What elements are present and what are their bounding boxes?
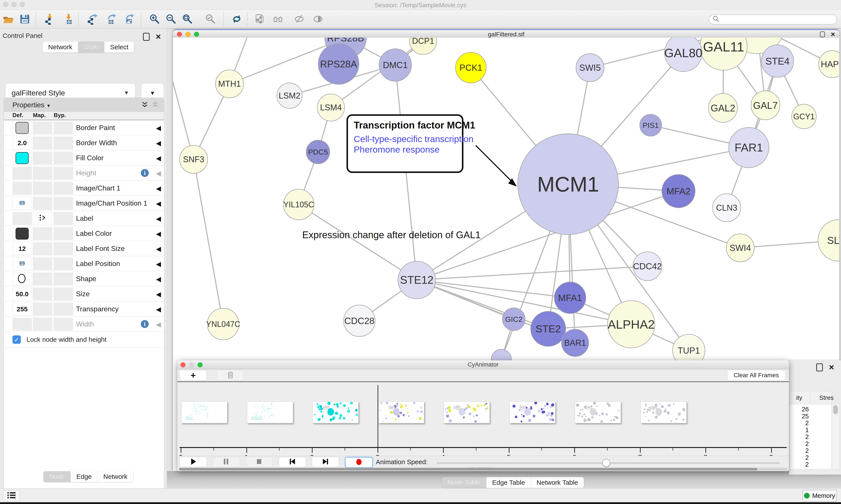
property-byp-cell[interactable] (54, 152, 73, 164)
network-node-dmc1[interactable]: DMC1 (379, 49, 412, 81)
frame-thumbnail-4[interactable] (378, 401, 424, 423)
network-node-lsm2[interactable]: LSM2 (277, 83, 302, 108)
expand-property-icon[interactable]: ◀ (156, 305, 161, 313)
skip-end-button[interactable] (312, 457, 339, 467)
tab-network[interactable]: Network (42, 41, 78, 53)
property-map-cell[interactable] (33, 182, 52, 195)
tab-node-table[interactable]: Node Table (442, 477, 486, 488)
property-map-cell[interactable] (33, 152, 52, 164)
property-byp-cell[interactable] (54, 212, 73, 225)
table-cell[interactable]: 2 (791, 454, 809, 461)
hide-selected-icon[interactable] (293, 13, 305, 25)
property-map-cell[interactable] (33, 167, 52, 180)
property-map-cell[interactable] (33, 137, 52, 149)
network-node-pck1[interactable]: PCK1 (455, 52, 486, 83)
network-node-pis1[interactable]: PIS1 (640, 114, 662, 136)
table-cell[interactable]: 2 (791, 447, 809, 454)
property-def-cell[interactable]: 12 (13, 242, 32, 255)
frame-thumbnail-7[interactable] (575, 401, 621, 423)
table-column-stress[interactable]: Stres (819, 394, 834, 401)
expand-property-icon[interactable]: ◀ (156, 169, 161, 177)
task-history-button[interactable] (3, 490, 20, 501)
memory-button[interactable]: Memory (803, 490, 837, 502)
property-row[interactable]: Image/Chart Position 1◀ (4, 196, 164, 211)
property-row[interactable]: Heighti◀ (4, 165, 164, 181)
frame-thumbnail-1[interactable] (181, 401, 227, 423)
property-row[interactable]: 2.0Border Width◀ (4, 135, 164, 150)
stop-button[interactable] (246, 457, 273, 467)
table-cell[interactable]: 2 (791, 440, 809, 448)
pause-button[interactable] (213, 457, 240, 467)
frame-thumbnail-2[interactable] (247, 401, 293, 423)
network-node-gic2[interactable]: GIC2 (502, 308, 525, 330)
frame-thumbnail-3[interactable] (312, 401, 359, 423)
zoom-in-icon[interactable] (148, 13, 161, 25)
expand-property-icon[interactable]: ◀ (156, 154, 161, 162)
cyanimator-timeline[interactable]: 0123456789 Seconds (177, 381, 789, 456)
network-node-cdc28[interactable]: CDC28 (344, 305, 375, 337)
annotation-link[interactable]: Cell-type-specific transcription (354, 134, 456, 144)
property-byp-cell[interactable] (54, 122, 73, 134)
play-button[interactable] (180, 457, 207, 467)
network-node-bar1[interactable]: BAR1 (561, 329, 589, 357)
tab-node[interactable]: Node (43, 471, 71, 482)
expand-property-icon[interactable]: ◀ (156, 245, 161, 253)
network-node-yil105c[interactable]: YIL105C (283, 189, 314, 220)
tab-style[interactable]: Style (78, 41, 105, 53)
first-neighbors-icon[interactable] (272, 13, 284, 25)
property-def-cell[interactable] (13, 227, 32, 240)
property-def-cell[interactable] (13, 167, 32, 180)
network-node-mfa1[interactable]: MFA1 (554, 282, 586, 313)
network-node-hap2[interactable]: HAP2 (819, 51, 839, 78)
frame-thumbnail-5[interactable] (444, 401, 490, 423)
property-map-cell[interactable] (33, 227, 52, 240)
property-byp-cell[interactable] (54, 242, 73, 255)
property-map-cell[interactable] (33, 122, 52, 134)
property-row[interactable]: Fill Color◀ (4, 150, 164, 165)
cyanimator-hscrollbar[interactable] (178, 468, 788, 471)
property-byp-cell[interactable] (54, 182, 73, 195)
network-node-alpha2[interactable]: ALPHA2 (608, 301, 655, 348)
property-def-cell[interactable] (13, 182, 32, 195)
property-map-cell[interactable] (33, 197, 52, 210)
property-map-cell[interactable] (33, 212, 52, 225)
open-session-icon[interactable] (2, 13, 15, 25)
checkbox-checked-icon[interactable]: ✓ (13, 336, 21, 344)
property-row[interactable]: 12Label Font Size◀ (4, 241, 164, 256)
expand-property-icon[interactable]: ◀ (156, 139, 161, 147)
network-node-swi4[interactable]: SWI4 (726, 234, 754, 262)
property-def-cell[interactable] (13, 273, 32, 285)
network-node-gal11[interactable]: GAL11 (700, 38, 747, 70)
save-session-icon[interactable] (19, 13, 31, 25)
property-row[interactable]: 50.0Size◀ (4, 286, 164, 302)
import-table-icon[interactable] (62, 13, 75, 25)
property-row[interactable]: Border Paint◀ (4, 120, 164, 135)
property-def-cell[interactable] (13, 122, 32, 134)
expand-property-icon[interactable]: ◀ (156, 200, 161, 207)
skip-start-button[interactable] (279, 457, 306, 467)
zoom-out-icon[interactable] (165, 13, 177, 25)
add-frame-button[interactable]: + (180, 370, 207, 380)
table-cell[interactable]: 26 (791, 406, 809, 413)
network-node-gal7[interactable]: GAL7 (751, 91, 780, 120)
property-row[interactable]: Label Color◀ (4, 226, 164, 241)
search-input[interactable] (709, 15, 837, 24)
float-window-icon[interactable] (816, 363, 823, 371)
frame-thumbnail-6[interactable] (509, 401, 555, 423)
zoom-selected-icon[interactable] (204, 13, 217, 25)
table-cell[interactable]: 2 (791, 419, 809, 427)
network-annotation[interactable]: Transcription factor MCM1 Cell-type-spec… (346, 114, 463, 173)
tab-network[interactable]: Network (98, 471, 133, 482)
network-window-titlebar[interactable]: galFiltered.sif ✕ (173, 30, 839, 38)
property-def-cell[interactable] (13, 197, 32, 210)
table-cell[interactable]: 2 (791, 461, 809, 468)
network-node-gal2[interactable]: GAL2 (709, 93, 737, 122)
network-node-gcy1[interactable]: GCY1 (792, 104, 816, 129)
property-byp-cell[interactable] (54, 303, 73, 316)
property-def-cell[interactable] (13, 318, 32, 330)
network-node-rps28a[interactable]: RPS28A (318, 43, 359, 84)
tab-network-table[interactable]: Network Table (531, 477, 584, 488)
network-node-ste2[interactable]: STE2 (531, 311, 566, 346)
property-row[interactable]: Label◀ (4, 211, 164, 226)
frame-thumbnail-8[interactable] (641, 401, 686, 423)
